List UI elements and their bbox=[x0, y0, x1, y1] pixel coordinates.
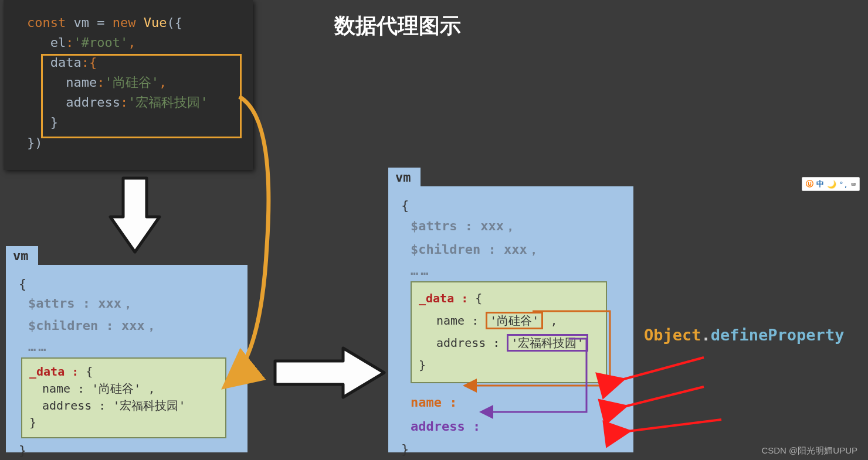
data-name-line: name : '尚硅谷' , bbox=[42, 380, 218, 397]
vm-attrs2: $attrs : xxx， bbox=[411, 217, 621, 235]
vm-panel-left: vm { $attrs : xxx， $children : xxx， …… _… bbox=[6, 265, 247, 452]
proxy-name-key: name : bbox=[411, 395, 457, 410]
ime-punct: °, bbox=[839, 180, 849, 189]
data-box-left: _data : { name : '尚硅谷' , address : '宏福科技… bbox=[21, 357, 226, 438]
vm-tab-right: vm bbox=[388, 168, 421, 187]
code-colon: : bbox=[66, 35, 73, 50]
code-keyword-const: const bbox=[27, 15, 73, 30]
arrow-vm-to-vm-icon bbox=[273, 345, 390, 401]
code-name-key: name bbox=[66, 75, 97, 90]
data-addr-line: address : '宏福科技园' bbox=[42, 397, 218, 414]
code-eq: = bbox=[97, 15, 113, 30]
ime-indicator: ⓤ 中 🌙 °, ⌨ bbox=[802, 177, 860, 191]
code-data-brace: :{ bbox=[82, 55, 97, 70]
red-arrow-1-icon bbox=[622, 357, 704, 380]
brace-open: { bbox=[19, 277, 235, 291]
code-close-outer: }) bbox=[27, 135, 43, 150]
vm-attrs: $attrs : xxx， bbox=[28, 295, 235, 312]
brace-close-inner2: } bbox=[419, 354, 599, 376]
code-fn-vue: Vue bbox=[144, 15, 167, 30]
code-el-key: el bbox=[50, 35, 66, 50]
code-paren-open: ({ bbox=[167, 15, 182, 30]
vm-children: $children : xxx， bbox=[28, 317, 235, 335]
data-key: _data : bbox=[29, 364, 86, 379]
ime-moon-icon: 🌙 bbox=[827, 180, 836, 189]
arrow-code-to-vm-icon bbox=[106, 176, 164, 258]
data-box-right: _data : { name : '尚硅谷' , address : '宏福科技… bbox=[411, 281, 607, 383]
data-addr-label: address : bbox=[436, 336, 507, 350]
brace-open2: { bbox=[401, 198, 621, 213]
diagram-title: 数据代理图示 bbox=[334, 12, 461, 40]
data-name-comma: , bbox=[543, 314, 557, 328]
ime-keyboard-icon: ⌨ bbox=[851, 180, 856, 189]
vm-ellipsis: …… bbox=[28, 339, 235, 354]
brace-close: } bbox=[19, 443, 235, 458]
csdn-watermark: CSDN @阳光明媚UPUP bbox=[761, 445, 857, 456]
brace-open-inner2: { bbox=[475, 291, 482, 305]
red-arrow-2-icon bbox=[624, 387, 704, 407]
code-name-val: '尚硅谷' bbox=[104, 75, 159, 90]
code-data-key: data bbox=[50, 55, 82, 70]
proxy-addr-key: address : bbox=[411, 419, 480, 434]
ime-logo-icon: ⓤ bbox=[806, 179, 813, 189]
data-name-valbox: '尚硅谷' bbox=[486, 312, 543, 329]
code-addr-key: address bbox=[66, 95, 120, 110]
code-id-vm: vm bbox=[73, 15, 97, 30]
data-name-label: name : bbox=[436, 314, 486, 328]
object-defineproperty-label: Object.defineProperty bbox=[644, 326, 844, 344]
defprop-dot: . bbox=[701, 326, 711, 344]
code-addr-val: '宏福科技园' bbox=[128, 95, 208, 110]
brace-close2: } bbox=[401, 442, 621, 456]
code-el-val: '#root' bbox=[74, 35, 128, 50]
vm-panel-right: vm { $attrs : xxx， $children : xxx， …… _… bbox=[388, 186, 633, 452]
vm-tab-left: vm bbox=[6, 246, 38, 265]
brace-open-inner: { bbox=[86, 364, 93, 379]
data-addr-valbox: '宏福科技园' bbox=[507, 334, 588, 352]
red-arrow-3-icon bbox=[628, 420, 721, 431]
vm-ellipsis2: …… bbox=[411, 263, 621, 278]
data-key2: _data : bbox=[419, 291, 475, 305]
code-keyword-new: new bbox=[113, 15, 144, 30]
ime-cn: 中 bbox=[816, 179, 824, 189]
brace-close-inner: } bbox=[29, 414, 218, 431]
vm-children2: $children : xxx， bbox=[411, 241, 621, 258]
defprop-object: Object bbox=[644, 326, 701, 344]
code-close-inner: } bbox=[50, 115, 58, 130]
defprop-method: defineProperty bbox=[711, 326, 845, 344]
code-snippet-panel: const vm = new Vue({ el:'#root', data:{ … bbox=[4, 0, 253, 170]
code-comma: , bbox=[128, 35, 135, 50]
